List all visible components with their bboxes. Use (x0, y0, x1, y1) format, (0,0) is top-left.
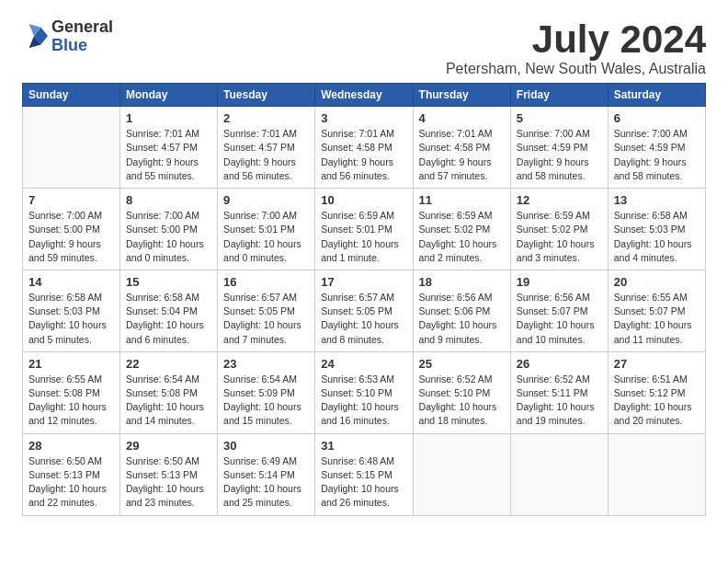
day-number: 15 (126, 275, 211, 289)
weekday-header-monday: Monday (120, 84, 218, 107)
calendar-cell: 21Sunrise: 6:55 AMSunset: 5:08 PMDayligh… (23, 351, 120, 433)
day-number: 21 (28, 357, 114, 371)
day-info: Sunrise: 7:00 AMSunset: 4:59 PMDaylight:… (517, 127, 602, 183)
day-info: Sunrise: 6:48 AMSunset: 5:15 PMDaylight:… (321, 454, 406, 511)
calendar-cell: 15Sunrise: 6:58 AMSunset: 5:04 PMDayligh… (120, 270, 218, 351)
day-number: 7 (28, 193, 114, 207)
day-number: 8 (126, 193, 211, 207)
calendar-cell (510, 433, 608, 515)
day-number: 13 (614, 193, 700, 207)
day-number: 28 (28, 439, 114, 453)
day-number: 3 (321, 111, 406, 125)
calendar-cell (413, 433, 510, 515)
day-number: 23 (223, 357, 309, 371)
logo-general-text: General (51, 18, 113, 37)
day-info: Sunrise: 6:52 AMSunset: 5:10 PMDaylight:… (419, 373, 505, 429)
logo: General Blue (22, 18, 113, 55)
calendar-cell: 12Sunrise: 6:59 AMSunset: 5:02 PMDayligh… (510, 189, 608, 270)
calendar-table: SundayMondayTuesdayWednesdayThursdayFrid… (22, 83, 706, 515)
day-number: 11 (419, 193, 505, 207)
calendar-cell: 2Sunrise: 7:01 AMSunset: 4:57 PMDaylight… (218, 107, 315, 189)
calendar-cell: 8Sunrise: 7:00 AMSunset: 5:00 PMDaylight… (120, 189, 218, 270)
calendar-cell: 19Sunrise: 6:56 AMSunset: 5:07 PMDayligh… (510, 270, 608, 351)
day-info: Sunrise: 7:01 AMSunset: 4:58 PMDaylight:… (321, 127, 406, 183)
day-number: 6 (614, 111, 700, 125)
day-number: 30 (223, 439, 309, 453)
calendar-cell: 7Sunrise: 7:00 AMSunset: 5:00 PMDaylight… (23, 189, 120, 270)
calendar-cell: 6Sunrise: 7:00 AMSunset: 4:59 PMDaylight… (608, 107, 705, 189)
weekday-header-row: SundayMondayTuesdayWednesdayThursdayFrid… (23, 84, 706, 107)
calendar-cell: 23Sunrise: 6:54 AMSunset: 5:09 PMDayligh… (218, 351, 315, 433)
week-row-5: 28Sunrise: 6:50 AMSunset: 5:13 PMDayligh… (23, 433, 706, 515)
day-info: Sunrise: 6:59 AMSunset: 5:02 PMDaylight:… (517, 209, 602, 265)
weekday-header-thursday: Thursday (413, 84, 510, 107)
day-info: Sunrise: 7:01 AMSunset: 4:58 PMDaylight:… (419, 127, 505, 183)
day-number: 26 (517, 357, 602, 371)
calendar-cell: 22Sunrise: 6:54 AMSunset: 5:08 PMDayligh… (120, 351, 218, 433)
day-info: Sunrise: 7:01 AMSunset: 4:57 PMDaylight:… (126, 127, 211, 183)
calendar-cell: 3Sunrise: 7:01 AMSunset: 4:58 PMDaylight… (315, 107, 413, 189)
day-number: 19 (517, 275, 602, 289)
day-info: Sunrise: 7:00 AMSunset: 4:59 PMDaylight:… (614, 127, 700, 183)
day-number: 20 (614, 275, 700, 289)
day-number: 14 (28, 275, 114, 289)
day-info: Sunrise: 6:55 AMSunset: 5:07 PMDaylight:… (614, 291, 700, 347)
calendar-cell (608, 433, 705, 515)
title-area: July 2024 Petersham, New South Wales, Au… (446, 18, 706, 77)
day-number: 9 (223, 193, 309, 207)
day-info: Sunrise: 6:58 AMSunset: 5:04 PMDaylight:… (126, 291, 211, 347)
day-info: Sunrise: 6:59 AMSunset: 5:02 PMDaylight:… (419, 209, 505, 265)
calendar-cell: 25Sunrise: 6:52 AMSunset: 5:10 PMDayligh… (413, 351, 510, 433)
calendar-cell: 5Sunrise: 7:00 AMSunset: 4:59 PMDaylight… (510, 107, 608, 189)
calendar-cell: 31Sunrise: 6:48 AMSunset: 5:15 PMDayligh… (315, 433, 413, 515)
day-number: 24 (321, 357, 406, 371)
day-number: 18 (419, 275, 505, 289)
day-number: 2 (223, 111, 309, 125)
day-number: 16 (223, 275, 309, 289)
day-info: Sunrise: 6:58 AMSunset: 5:03 PMDaylight:… (614, 209, 700, 265)
day-number: 31 (321, 439, 406, 453)
day-number: 12 (517, 193, 602, 207)
day-number: 1 (126, 111, 211, 125)
day-number: 4 (419, 111, 505, 125)
calendar-cell: 30Sunrise: 6:49 AMSunset: 5:14 PMDayligh… (218, 433, 315, 515)
day-info: Sunrise: 6:50 AMSunset: 5:13 PMDaylight:… (28, 454, 114, 511)
logo-text: General Blue (51, 18, 113, 55)
calendar-cell: 17Sunrise: 6:57 AMSunset: 5:05 PMDayligh… (315, 270, 413, 351)
location-title: Petersham, New South Wales, Australia (446, 61, 706, 77)
week-row-1: 1Sunrise: 7:01 AMSunset: 4:57 PMDaylight… (23, 107, 706, 189)
calendar-cell: 11Sunrise: 6:59 AMSunset: 5:02 PMDayligh… (413, 189, 510, 270)
day-info: Sunrise: 7:00 AMSunset: 5:00 PMDaylight:… (126, 209, 211, 265)
calendar-cell (23, 107, 120, 189)
day-info: Sunrise: 6:54 AMSunset: 5:09 PMDaylight:… (223, 373, 309, 429)
calendar-cell: 4Sunrise: 7:01 AMSunset: 4:58 PMDaylight… (413, 107, 510, 189)
day-info: Sunrise: 7:00 AMSunset: 5:00 PMDaylight:… (28, 209, 114, 265)
weekday-header-wednesday: Wednesday (315, 84, 413, 107)
day-number: 27 (614, 357, 700, 371)
calendar-cell: 27Sunrise: 6:51 AMSunset: 5:12 PMDayligh… (608, 351, 705, 433)
day-info: Sunrise: 6:53 AMSunset: 5:10 PMDaylight:… (321, 373, 406, 429)
calendar-cell: 29Sunrise: 6:50 AMSunset: 5:13 PMDayligh… (120, 433, 218, 515)
day-number: 10 (321, 193, 406, 207)
calendar-cell: 24Sunrise: 6:53 AMSunset: 5:10 PMDayligh… (315, 351, 413, 433)
day-info: Sunrise: 6:50 AMSunset: 5:13 PMDaylight:… (126, 454, 211, 511)
calendar-cell: 28Sunrise: 6:50 AMSunset: 5:13 PMDayligh… (23, 433, 120, 515)
calendar-cell: 16Sunrise: 6:57 AMSunset: 5:05 PMDayligh… (218, 270, 315, 351)
logo-icon (22, 24, 48, 50)
calendar-cell: 1Sunrise: 7:01 AMSunset: 4:57 PMDaylight… (120, 107, 218, 189)
day-info: Sunrise: 6:52 AMSunset: 5:11 PMDaylight:… (517, 373, 602, 429)
month-title: July 2024 (446, 18, 706, 61)
calendar-cell: 20Sunrise: 6:55 AMSunset: 5:07 PMDayligh… (608, 270, 705, 351)
day-info: Sunrise: 7:00 AMSunset: 5:01 PMDaylight:… (223, 209, 309, 265)
day-info: Sunrise: 6:51 AMSunset: 5:12 PMDaylight:… (614, 373, 700, 429)
day-info: Sunrise: 6:56 AMSunset: 5:06 PMDaylight:… (419, 291, 505, 347)
weekday-header-friday: Friday (510, 84, 608, 107)
day-number: 5 (517, 111, 602, 125)
calendar-cell: 26Sunrise: 6:52 AMSunset: 5:11 PMDayligh… (510, 351, 608, 433)
week-row-3: 14Sunrise: 6:58 AMSunset: 5:03 PMDayligh… (23, 270, 706, 351)
calendar-cell: 10Sunrise: 6:59 AMSunset: 5:01 PMDayligh… (315, 189, 413, 270)
logo-blue-text: Blue (51, 37, 113, 55)
day-number: 22 (126, 357, 211, 371)
day-info: Sunrise: 6:54 AMSunset: 5:08 PMDaylight:… (126, 373, 211, 429)
day-info: Sunrise: 6:58 AMSunset: 5:03 PMDaylight:… (28, 291, 114, 347)
